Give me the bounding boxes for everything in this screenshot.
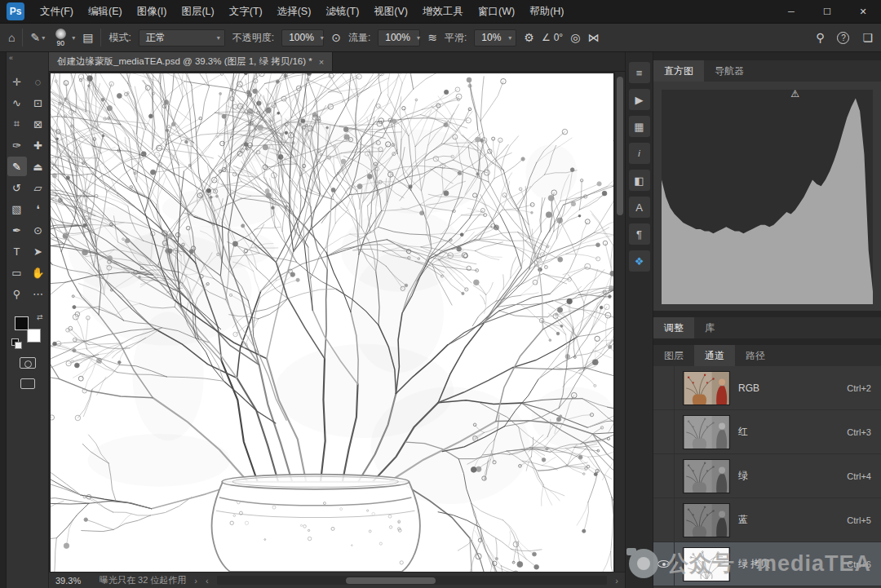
workspace-layout-icon[interactable]: ❏: [862, 31, 873, 44]
status-chevron-icon[interactable]: ›: [194, 576, 197, 586]
channel-thumbnail[interactable]: [683, 415, 730, 449]
pen-tool[interactable]: ✒: [7, 220, 27, 240]
collapse-toolbar-icon[interactable]: «: [9, 54, 13, 62]
visibility-toggle[interactable]: [653, 498, 675, 542]
visibility-toggle[interactable]: [653, 454, 675, 497]
menu-item-3[interactable]: 图层(L): [174, 0, 221, 23]
character-panel-icon[interactable]: A: [629, 197, 650, 218]
layer-group-tab-1[interactable]: 通道: [694, 345, 735, 366]
swap-colors-icon[interactable]: ⇄: [37, 313, 43, 321]
zoom-tool[interactable]: ⚲: [7, 284, 27, 303]
vertical-scrollbar[interactable]: [614, 72, 625, 572]
hand-tool[interactable]: ✋: [29, 263, 48, 282]
adjustments-panel-icon[interactable]: ◧: [629, 170, 650, 191]
screen-mode-button[interactable]: [20, 378, 35, 389]
scrollbar-thumb[interactable]: [617, 77, 623, 215]
type-tool[interactable]: T: [7, 241, 27, 261]
actions-panel-icon[interactable]: ▶: [629, 89, 650, 110]
history-brush-tool[interactable]: ↺: [7, 178, 27, 197]
pressure-size-icon[interactable]: ◎: [570, 31, 580, 44]
minimize-button[interactable]: ─: [773, 0, 809, 23]
paragraph-panel-icon[interactable]: ¶: [629, 223, 650, 245]
channel-thumbnail[interactable]: [683, 371, 730, 405]
foreground-color-swatch[interactable]: [15, 316, 29, 330]
search-icon[interactable]: ⚲: [816, 31, 824, 44]
app-logo-icon[interactable]: Ps: [7, 2, 24, 20]
more-tools[interactable]: ⋯: [29, 284, 48, 303]
info-panel-icon[interactable]: i: [629, 143, 650, 164]
menu-item-9[interactable]: 窗口(W): [471, 0, 522, 23]
dodge-tool[interactable]: ⊙: [29, 220, 48, 240]
eraser-tool[interactable]: ▱: [29, 178, 48, 197]
warning-icon[interactable]: ⚠: [790, 88, 799, 99]
clone-stamp-tool[interactable]: ⏏: [29, 157, 48, 176]
adjustments-tab-0[interactable]: 调整: [653, 317, 694, 338]
snapshot-panel-icon[interactable]: ▦: [629, 116, 650, 137]
menu-item-10[interactable]: 帮助(H): [522, 0, 571, 23]
canvas[interactable]: [51, 73, 613, 572]
adjustments-tab-1[interactable]: 库: [694, 317, 725, 338]
layer-group-tab-2[interactable]: 路径: [735, 345, 776, 366]
tool-preset-icon[interactable]: ✎ ▾: [30, 31, 45, 44]
properties-panel-icon[interactable]: ≡: [629, 62, 650, 83]
scroll-right-icon[interactable]: ›: [615, 576, 618, 586]
visibility-toggle[interactable]: [653, 366, 675, 409]
brush-preset-picker[interactable]: 90 ▾: [52, 29, 75, 47]
document-tab[interactable]: 创建边缘蒙版_mediaTEA.psd @ 39.3% (图层 1, 绿 拷贝/…: [49, 52, 333, 71]
pressure-opacity-icon[interactable]: ⊙: [331, 31, 341, 44]
brush-tool[interactable]: ✎: [7, 157, 27, 176]
scrollbar-thumb[interactable]: [346, 577, 436, 584]
background-color-swatch[interactable]: [27, 329, 41, 343]
horizontal-scrollbar[interactable]: [217, 576, 608, 585]
layer-group-tab-0[interactable]: 图层: [653, 345, 694, 366]
visibility-toggle[interactable]: [653, 410, 675, 453]
airbrush-icon[interactable]: ≋: [427, 31, 437, 44]
blend-mode-select[interactable]: 正常 ▾: [139, 29, 225, 46]
quick-mask-button[interactable]: [20, 357, 36, 369]
healing-brush-tool[interactable]: ✚: [29, 135, 48, 155]
frame-tool[interactable]: ⊠: [29, 114, 48, 134]
scroll-left-icon[interactable]: ‹: [206, 576, 209, 586]
close-icon[interactable]: ×: [319, 57, 324, 67]
menu-item-4[interactable]: 文字(T): [222, 0, 270, 23]
crop-tool[interactable]: ⌗: [7, 114, 27, 134]
symmetry-icon[interactable]: ⋈: [587, 31, 599, 44]
close-button[interactable]: ✕: [845, 0, 881, 23]
histogram-tab-1[interactable]: 导航器: [704, 60, 755, 82]
histogram-tab-0[interactable]: 直方图: [653, 60, 704, 82]
menu-item-1[interactable]: 编辑(E): [81, 0, 130, 23]
maximize-button[interactable]: ☐: [809, 0, 845, 23]
brush-settings-panel-icon[interactable]: ▤: [82, 31, 93, 44]
object-selection-tool[interactable]: ⊡: [29, 93, 48, 113]
brush-angle-control[interactable]: ∠ 0°: [542, 32, 563, 43]
channel-row-2[interactable]: 绿Ctrl+4: [653, 454, 881, 498]
channel-row-1[interactable]: 红Ctrl+3: [653, 410, 881, 454]
gear-icon[interactable]: ⚙: [524, 31, 534, 44]
channel-thumbnail[interactable]: [683, 503, 730, 537]
menu-item-6[interactable]: 滤镜(T): [318, 0, 366, 23]
smoothing-select[interactable]: 10% ▾: [474, 29, 516, 46]
menu-item-7[interactable]: 视图(V): [366, 0, 415, 23]
lasso-tool[interactable]: ∿: [7, 93, 27, 113]
gradient-tool[interactable]: ▧: [7, 199, 27, 219]
move-tool[interactable]: ✛: [7, 72, 27, 91]
channel-row-0[interactable]: RGBCtrl+2: [653, 366, 881, 410]
opacity-select[interactable]: 100% ▾: [281, 29, 324, 46]
blur-tool[interactable]: ❛: [29, 199, 48, 219]
channel-thumbnail[interactable]: [683, 459, 730, 493]
menu-item-8[interactable]: 增效工具: [415, 0, 471, 23]
default-colors-icon[interactable]: [11, 338, 19, 346]
eyedropper-tool[interactable]: ✑: [7, 135, 27, 155]
help-icon[interactable]: ?: [837, 32, 849, 44]
menu-item-2[interactable]: 图像(I): [130, 0, 175, 23]
channel-row-3[interactable]: 蓝Ctrl+5: [653, 498, 881, 542]
home-icon[interactable]: ⌂: [8, 31, 15, 44]
flow-select[interactable]: 100% ▾: [378, 29, 420, 46]
marquee-tool[interactable]: ◌: [29, 72, 48, 91]
3d-cube-icon[interactable]: ❖: [629, 250, 650, 272]
rectangle-tool[interactable]: ▭: [7, 263, 27, 282]
path-selection-tool[interactable]: ➤: [29, 241, 48, 261]
menu-item-5[interactable]: 选择(S): [270, 0, 319, 23]
menu-item-0[interactable]: 文件(F): [33, 0, 81, 23]
zoom-level-field[interactable]: 39.3%: [55, 576, 91, 586]
